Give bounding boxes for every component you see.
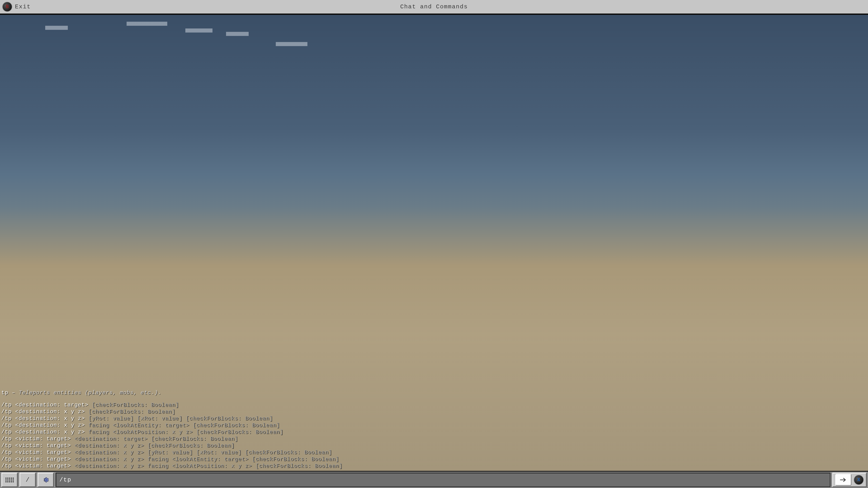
syntax-required: /tp <victim: target> bbox=[1, 463, 74, 469]
cloud-decoration bbox=[276, 42, 307, 46]
cloud-decoration bbox=[127, 22, 167, 26]
page-title: Chat and Commands bbox=[400, 3, 468, 10]
syntax-required: /tp <victim: target> bbox=[1, 449, 74, 455]
syntax-optional: [checkForBlocks: Boolean] bbox=[92, 402, 179, 408]
game-world-view: tp – Teleports entities (players, mobs, … bbox=[0, 14, 868, 471]
syntax-optional: <destination: x y z> facing <lookAtEntit… bbox=[74, 456, 339, 462]
syntax-required: /tp <destination: x y z> bbox=[1, 409, 88, 415]
command-syntax-line: /tp <destination: x y z> facing <lookAtE… bbox=[1, 422, 867, 429]
command-help-overlay: tp – Teleports entities (players, mobs, … bbox=[1, 390, 867, 469]
command-sep: – bbox=[8, 390, 19, 396]
syntax-required: /tp <destination: x y z> bbox=[1, 416, 88, 422]
keyboard-icon bbox=[5, 478, 14, 482]
command-syntax-line: /tp <victim: target> <destination: targe… bbox=[1, 435, 867, 442]
x-badge-icon: X bbox=[854, 475, 864, 485]
keyboard-button[interactable] bbox=[1, 473, 18, 487]
command-desc-text: Teleports entities (players, mobs, etc.)… bbox=[19, 390, 162, 396]
cloud-decoration bbox=[226, 32, 249, 36]
command-syntax-line: /tp <victim: target> <destination: x y z… bbox=[1, 449, 867, 456]
chat-input[interactable] bbox=[59, 477, 827, 483]
syntax-required: /tp <destination: x y z> bbox=[1, 422, 88, 428]
syntax-optional: [checkForBlocks: Boolean] bbox=[88, 409, 176, 415]
syntax-required: /tp <destination: x y z> bbox=[1, 429, 88, 435]
command-syntax-line: /tp <destination: x y z> [checkForBlocks… bbox=[1, 409, 867, 415]
command-syntax-list: /tp <destination: target> [checkForBlock… bbox=[1, 402, 867, 469]
command-syntax-line: /tp <destination: x y z> [yRot: value] [… bbox=[1, 415, 867, 422]
exit-label: Exit bbox=[15, 3, 31, 10]
syntax-optional: <destination: x y z> [checkForBlocks: Bo… bbox=[74, 443, 235, 449]
chat-input-container[interactable] bbox=[56, 473, 831, 487]
header-bar: B Exit Chat and Commands bbox=[0, 0, 868, 14]
chat-settings-button[interactable] bbox=[37, 473, 54, 487]
syntax-optional: <destination: x y z> [yRot: value] [xRot… bbox=[74, 449, 332, 455]
cloud-decoration bbox=[45, 26, 68, 30]
command-name: tp bbox=[1, 390, 8, 396]
syntax-optional: <destination: x y z> facing <lookAtPosit… bbox=[74, 463, 342, 469]
syntax-required: /tp <victim: target> bbox=[1, 443, 74, 449]
command-syntax-line: /tp <victim: target> <destination: x y z… bbox=[1, 463, 867, 469]
chat-input-bar: / X bbox=[0, 471, 868, 488]
command-syntax-line: /tp <victim: target> <destination: x y z… bbox=[1, 456, 867, 463]
syntax-optional: [yRot: value] [xRot: value] [checkForBlo… bbox=[88, 416, 273, 422]
slash-icon: / bbox=[26, 477, 30, 484]
syntax-optional: <destination: target> [checkForBlocks: B… bbox=[74, 436, 238, 442]
syntax-required: /tp <victim: target> bbox=[1, 436, 74, 442]
command-syntax-line: /tp <victim: target> <destination: x y z… bbox=[1, 442, 867, 449]
cloud-decoration bbox=[185, 29, 213, 33]
command-description: tp – Teleports entities (players, mobs, … bbox=[1, 390, 867, 396]
syntax-required: /tp <victim: target> bbox=[1, 456, 74, 462]
command-syntax-line: /tp <destination: x y z> facing <lookAtP… bbox=[1, 429, 867, 435]
syntax-required: /tp <destination: target> bbox=[1, 402, 92, 408]
b-badge-icon: B bbox=[2, 2, 12, 12]
send-icon bbox=[835, 474, 851, 486]
exit-button[interactable]: B Exit bbox=[0, 2, 31, 12]
gear-icon bbox=[42, 477, 49, 483]
slash-button[interactable]: / bbox=[20, 473, 36, 487]
command-syntax-line: /tp <destination: target> [checkForBlock… bbox=[1, 402, 867, 409]
send-button[interactable]: X bbox=[832, 473, 867, 487]
syntax-optional: facing <lookAtPosition: x y z> [checkFor… bbox=[88, 429, 283, 435]
syntax-optional: facing <lookAtEntity: target> [checkForB… bbox=[88, 422, 280, 428]
